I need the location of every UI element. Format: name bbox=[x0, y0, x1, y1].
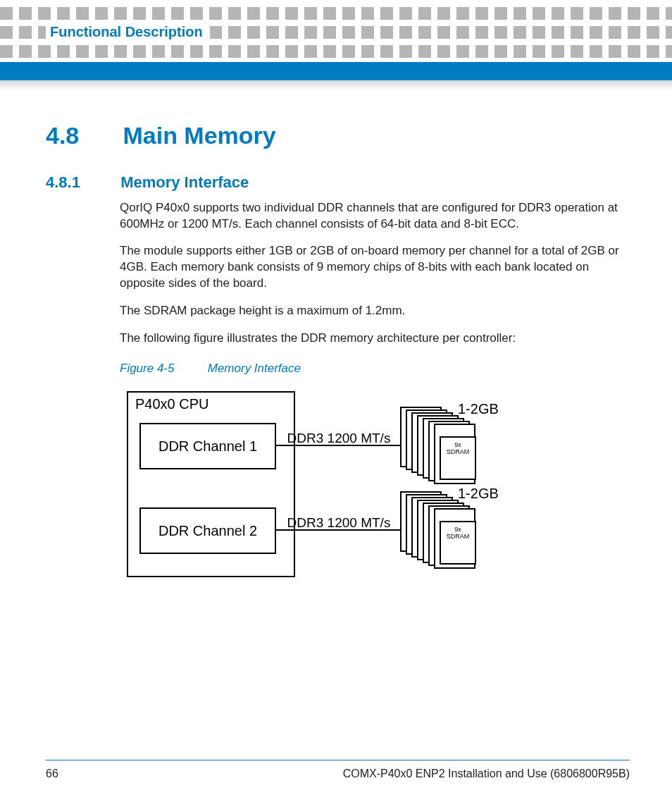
sdram-count-label: 9x SDRAM bbox=[440, 521, 476, 565]
ddr-channel-1-box: DDR Channel 1 bbox=[139, 423, 276, 469]
paragraph-3: The SDRAM package height is a maximum of… bbox=[120, 303, 630, 319]
paragraph-4: The following figure illustrates the DDR… bbox=[120, 331, 630, 347]
cpu-label: P40x0 CPU bbox=[135, 395, 209, 414]
header-gray-bar bbox=[0, 80, 672, 90]
section-title: Main Memory bbox=[123, 122, 275, 149]
figure-number: Figure 4-5 bbox=[120, 361, 204, 377]
figure-caption: Figure 4-5 Memory Interface bbox=[120, 361, 630, 377]
sdram-stack-1: 9x SDRAM bbox=[400, 407, 506, 484]
page-content: 4.8 Main Memory 4.8.1 Memory Interface Q… bbox=[46, 120, 630, 596]
sdram-type: SDRAM bbox=[447, 533, 470, 540]
sdram-stack-2: 9x SDRAM bbox=[400, 491, 506, 569]
link-label-2: DDR3 1200 MT/s bbox=[279, 514, 399, 532]
page-footer: 66 COMX-P40x0 ENP2 Installation and Use … bbox=[46, 760, 630, 782]
memory-interface-diagram: P40x0 CPU DDR Channel 1 DDR Channel 2 DD… bbox=[120, 384, 630, 596]
paragraph-1: QorIQ P40x0 supports two individual DDR … bbox=[120, 200, 630, 233]
figure-title: Memory Interface bbox=[208, 362, 301, 375]
chapter-title: Functional Description bbox=[46, 21, 210, 43]
link-label-1: DDR3 1200 MT/s bbox=[279, 429, 399, 448]
section-number: 4.8 bbox=[46, 120, 116, 152]
header-blue-bar bbox=[0, 62, 672, 80]
doc-title-footer: COMX-P40x0 ENP2 Installation and Use (68… bbox=[343, 766, 630, 782]
sdram-count-label: 9x SDRAM bbox=[440, 436, 476, 480]
subsection-title: Memory Interface bbox=[120, 173, 249, 191]
page-number: 66 bbox=[46, 766, 58, 782]
sdram-count: 9x bbox=[454, 441, 461, 448]
body-text: QorIQ P40x0 supports two individual DDR … bbox=[120, 200, 630, 596]
sdram-type: SDRAM bbox=[447, 448, 470, 455]
subsection-number: 4.8.1 bbox=[46, 172, 116, 193]
paragraph-2: The module supports either 1GB or 2GB of… bbox=[120, 243, 630, 292]
sdram-count: 9x bbox=[454, 526, 461, 533]
section-heading: 4.8 Main Memory bbox=[46, 120, 630, 152]
subsection-heading: 4.8.1 Memory Interface bbox=[46, 172, 630, 193]
ddr-channel-2-box: DDR Channel 2 bbox=[139, 507, 276, 554]
